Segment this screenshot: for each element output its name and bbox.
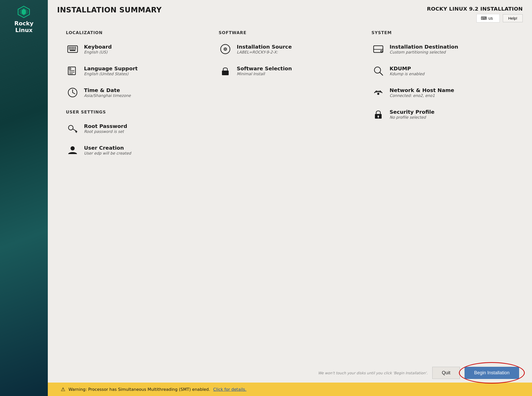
header-controls: ⌨ us Help! xyxy=(476,14,523,22)
system-items: Installation Destination Custom partitio… xyxy=(372,42,514,121)
installation-source-item[interactable]: Installation Source LABEL=ROCKY-9-2-X: xyxy=(219,42,361,56)
user-settings-heading: USER SETTINGS xyxy=(66,110,208,115)
user-settings-section: USER SETTINGS xyxy=(66,110,208,157)
page-title: INSTALLATION SUMMARY xyxy=(57,6,162,14)
content: LOCALIZATION xyxy=(48,25,532,364)
begin-installation-button[interactable]: Begin Installation xyxy=(465,367,519,379)
language-support-title: Language Support xyxy=(84,65,138,72)
keyboard-title: Keyboard xyxy=(84,44,112,50)
svg-rect-12 xyxy=(75,48,76,49)
warning-message: Warning: Processor has Simultaneous Mult… xyxy=(68,387,210,392)
warning-icon: ⚠ xyxy=(61,386,65,392)
header: INSTALLATION SUMMARY ROCKY LINUX 9.2 INS… xyxy=(48,0,532,25)
system-heading: SYSTEM xyxy=(372,30,514,35)
clock-icon xyxy=(66,86,79,99)
root-password-subtitle: Root password is set xyxy=(84,129,127,134)
warning-bar: ⚠ Warning: Processor has Simultaneous Mu… xyxy=(48,383,532,396)
svg-rect-13 xyxy=(70,50,75,51)
svg-rect-5 xyxy=(72,47,73,48)
harddisk-icon xyxy=(372,42,385,56)
svg-rect-3 xyxy=(69,47,70,48)
software-selection-subtitle: Minimal Install xyxy=(237,72,292,76)
svg-rect-32 xyxy=(374,46,383,49)
begin-button-wrapper: Begin Installation xyxy=(465,367,519,379)
disclaimer-text: We won't touch your disks until you clic… xyxy=(318,371,428,375)
svg-point-33 xyxy=(381,50,382,52)
keyboard-icon: ⌨ xyxy=(481,16,487,21)
user-creation-item[interactable]: User Creation User edp will be created xyxy=(66,143,208,157)
installation-source-title: Installation Source xyxy=(237,44,292,50)
keyboard-subtitle: English (US) xyxy=(84,50,112,55)
svg-point-41 xyxy=(377,116,379,117)
disc-icon xyxy=(219,42,232,56)
network-item[interactable]: Network & Host Name Connected: eno2, eno… xyxy=(372,86,514,99)
software-selection-title: Software Selection xyxy=(237,65,292,72)
logo-text: RockyLinux xyxy=(14,20,33,34)
svg-line-36 xyxy=(380,72,383,75)
network-subtitle: Connected: eno2, eno1 xyxy=(390,93,454,98)
kdump-subtitle: Kdump is enabled xyxy=(390,72,425,76)
bottom-bar: We won't touch your disks until you clic… xyxy=(48,364,532,383)
localization-section: LOCALIZATION xyxy=(61,30,213,362)
svg-rect-8 xyxy=(69,48,70,49)
kdump-item[interactable]: KDUMP Kdump is enabled xyxy=(372,64,514,78)
user-icon xyxy=(66,143,79,157)
software-lock-icon xyxy=(219,64,232,78)
help-button[interactable]: Help! xyxy=(503,14,523,22)
system-section: SYSTEM Installati xyxy=(366,30,519,362)
software-selection-item[interactable]: Software Selection Minimal Install xyxy=(219,64,361,78)
installation-destination-item[interactable]: Installation Destination Custom partitio… xyxy=(372,42,514,56)
keyboard-text: Keyboard English (US) xyxy=(84,44,112,55)
key-icon xyxy=(66,122,79,135)
root-password-text: Root Password Root password is set xyxy=(84,123,127,134)
svg-point-39 xyxy=(377,93,379,95)
localization-heading: LOCALIZATION xyxy=(66,30,208,35)
installation-destination-subtitle: Custom partitioning selected xyxy=(390,50,458,55)
security-profile-title: Security Profile xyxy=(390,109,435,115)
kdump-title: KDUMP xyxy=(390,65,425,72)
quit-button[interactable]: Quit xyxy=(432,367,460,379)
language-support-item[interactable]: Language Support English (United States) xyxy=(66,64,208,78)
language-support-text: Language Support English (United States) xyxy=(84,65,138,76)
user-settings-items: Root Password Root password is set xyxy=(66,122,208,157)
time-date-subtitle: Asia/Shanghai timezone xyxy=(84,93,131,98)
svg-point-22 xyxy=(68,125,73,130)
root-password-item[interactable]: Root Password Root password is set xyxy=(66,122,208,135)
time-date-text: Time & Date Asia/Shanghai timezone xyxy=(84,87,131,98)
network-text: Network & Host Name Connected: eno2, eno… xyxy=(390,87,454,98)
user-creation-text: User Creation User edp will be created xyxy=(84,145,131,156)
security-profile-item[interactable]: Security Profile No profile selected xyxy=(372,108,514,121)
svg-line-21 xyxy=(73,93,75,94)
software-section: SOFTWARE Installation Source xyxy=(213,30,366,362)
main-area: INSTALLATION SUMMARY ROCKY LINUX 9.2 INS… xyxy=(48,0,532,396)
security-profile-text: Security Profile No profile selected xyxy=(390,109,435,120)
rocky-linux-logo-icon xyxy=(17,5,30,19)
svg-rect-11 xyxy=(73,48,74,49)
warning-link[interactable]: Click for details. xyxy=(213,387,246,392)
keyboard-item[interactable]: Keyboard English (US) xyxy=(66,42,208,56)
svg-rect-4 xyxy=(70,47,71,48)
kdump-icon xyxy=(372,64,385,78)
padlock-icon xyxy=(372,108,385,121)
language-code: us xyxy=(488,16,493,21)
install-title: ROCKY LINUX 9.2 INSTALLATION xyxy=(427,6,523,12)
localization-items: Keyboard English (US) xyxy=(66,42,208,99)
sidebar: RockyLinux xyxy=(0,0,48,396)
security-profile-subtitle: No profile selected xyxy=(390,115,435,120)
installation-source-text: Installation Source LABEL=ROCKY-9-2-X: xyxy=(237,44,292,55)
svg-rect-9 xyxy=(70,48,71,49)
network-icon xyxy=(372,86,385,99)
root-password-title: Root Password xyxy=(84,123,127,129)
software-selection-text: Software Selection Minimal Install xyxy=(237,65,292,76)
time-date-title: Time & Date xyxy=(84,87,131,93)
installation-destination-text: Installation Destination Custom partitio… xyxy=(390,44,458,55)
network-title: Network & Host Name xyxy=(390,87,454,93)
language-icon xyxy=(66,64,79,78)
time-date-item[interactable]: Time & Date Asia/Shanghai timezone xyxy=(66,86,208,99)
svg-rect-10 xyxy=(72,48,73,49)
installation-source-subtitle: LABEL=ROCKY-9-2-X: xyxy=(237,50,292,55)
svg-rect-15 xyxy=(69,68,71,70)
installation-destination-title: Installation Destination xyxy=(390,44,458,50)
sections-grid: LOCALIZATION xyxy=(61,30,519,362)
keyboard-language-selector[interactable]: ⌨ us xyxy=(476,14,500,22)
